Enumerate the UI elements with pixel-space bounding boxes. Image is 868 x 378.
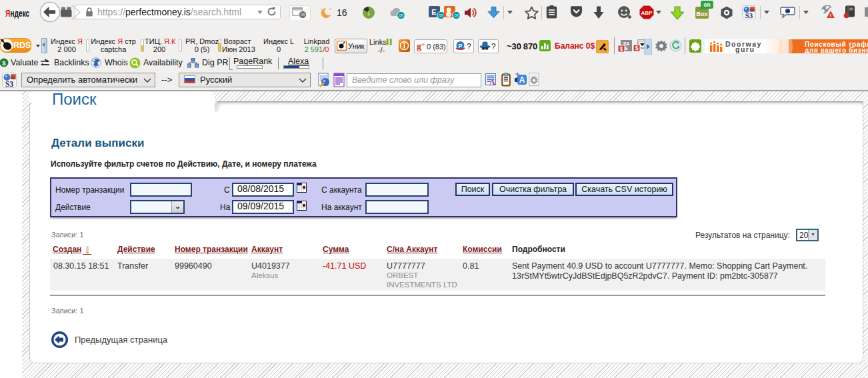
svg-text:1: 1 (367, 10, 370, 17)
svg-text:$: $ (2, 59, 6, 67)
svg-text:Off: Off (439, 14, 444, 17)
svg-text:S3: S3 (5, 79, 14, 89)
svg-text:Off: Off (399, 14, 404, 17)
svg-text:!: ! (830, 13, 831, 18)
svg-text:on: on (703, 1, 710, 8)
svg-text:P: P (458, 43, 462, 49)
svg-text:Off: Off (455, 14, 459, 17)
svg-text:Box: Box (696, 11, 707, 17)
svg-text:A: A (489, 77, 496, 87)
svg-text:A: A (519, 75, 525, 85)
svg-text:SA: SA (623, 41, 630, 46)
svg-text:E: E (625, 46, 628, 51)
svg-text:ABP: ABP (641, 10, 653, 16)
svg-text:Off: Off (301, 13, 305, 17)
svg-text:$: $ (635, 45, 639, 51)
svg-text:S3: S3 (745, 11, 753, 19)
svg-text:E: E (431, 8, 436, 16)
svg-text:$: $ (620, 45, 623, 52)
